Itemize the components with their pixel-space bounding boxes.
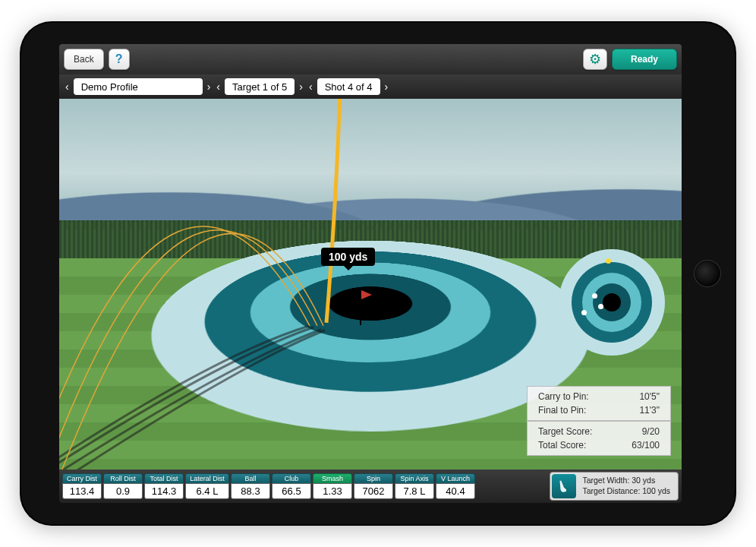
final-to-pin-value: 11'3" bbox=[639, 405, 660, 416]
metric-lateral-dist[interactable]: Lateral Dist 6.4 L bbox=[185, 473, 229, 499]
shot-dot bbox=[592, 293, 597, 299]
current-shot-dot bbox=[606, 258, 611, 264]
metric-label: Carry Dist bbox=[62, 473, 102, 483]
back-button-label: Back bbox=[74, 54, 94, 65]
target-next[interactable]: › bbox=[298, 81, 304, 93]
shot-label: Shot 4 of 4 bbox=[325, 81, 373, 93]
total-score-value: 63/100 bbox=[632, 440, 660, 451]
club-icon bbox=[552, 474, 576, 498]
app-screen: Back ? ⚙ Ready ‹ Demo Profile › ‹ Target… bbox=[59, 44, 682, 503]
metric-label: Spin bbox=[354, 473, 393, 483]
score-panel: Target Score: 9/20 Total Score: 63/100 bbox=[527, 421, 671, 456]
gear-icon: ⚙ bbox=[589, 51, 601, 68]
target-prev[interactable]: ‹ bbox=[215, 81, 222, 93]
metric-value: 1.33 bbox=[313, 483, 352, 499]
metric-ball[interactable]: Ball 88.3 bbox=[231, 473, 270, 499]
back-button[interactable]: Back bbox=[64, 49, 104, 70]
target-score-label: Target Score: bbox=[538, 426, 592, 437]
metric-value: 114.3 bbox=[144, 483, 184, 499]
distance-callout: 100 yds bbox=[321, 248, 375, 266]
top-toolbar: Back ? ⚙ Ready bbox=[59, 44, 682, 74]
profile-prev[interactable]: ‹ bbox=[64, 81, 71, 93]
shot-dot bbox=[581, 310, 587, 315]
ready-button[interactable]: Ready bbox=[612, 49, 677, 70]
metric-club[interactable]: Club 66.5 bbox=[272, 473, 311, 499]
target-label: Target 1 of 5 bbox=[232, 81, 287, 93]
shot-prev[interactable]: ‹ bbox=[307, 81, 314, 93]
metric-carry-dist[interactable]: Carry Dist 113.4 bbox=[62, 473, 102, 499]
target-width-line: Target Width: 30 yds bbox=[582, 476, 670, 486]
metric-label: Spin Axis bbox=[395, 473, 434, 483]
target-score-value: 9/20 bbox=[642, 426, 660, 437]
tablet-frame: Back ? ⚙ Ready ‹ Demo Profile › ‹ Target… bbox=[21, 23, 735, 524]
final-to-pin-label: Final to Pin: bbox=[538, 405, 586, 416]
metric-label: Lateral Dist bbox=[185, 473, 229, 483]
metric-value: 66.5 bbox=[272, 483, 311, 499]
metric-label: Smash bbox=[313, 473, 352, 483]
profile-selector[interactable]: Demo Profile bbox=[74, 78, 203, 95]
metric-label: V Launch bbox=[436, 473, 475, 483]
distance-value: 100 yds bbox=[329, 251, 367, 263]
metric-spin-axis[interactable]: Spin Axis 7.8 L bbox=[395, 473, 434, 499]
metric-total-dist[interactable]: Total Dist 114.3 bbox=[144, 473, 184, 499]
metric-smash[interactable]: Smash 1.33 bbox=[313, 473, 352, 499]
total-score-label: Total Score: bbox=[538, 440, 586, 451]
target-info-chip[interactable]: Target Width: 30 yds Target Distance: 10… bbox=[550, 472, 679, 501]
metric-value: 7062 bbox=[354, 483, 393, 499]
target-info-text: Target Width: 30 yds Target Distance: 10… bbox=[582, 476, 670, 496]
shot-selector[interactable]: Shot 4 of 4 bbox=[317, 78, 380, 95]
pin-distance-panel: Carry to Pin: 10'5" Final to Pin: 11'3" bbox=[527, 386, 671, 421]
metric-label: Club bbox=[272, 473, 311, 483]
metric-roll-dist[interactable]: Roll Dist 0.9 bbox=[103, 473, 143, 499]
metrics-bar: Carry Dist 113.4 Roll Dist 0.9 Total Dis… bbox=[59, 470, 682, 503]
carry-to-pin-label: Carry to Pin: bbox=[538, 391, 589, 402]
shot-dot bbox=[598, 304, 603, 309]
home-button[interactable] bbox=[694, 260, 721, 287]
metric-value: 113.4 bbox=[62, 483, 102, 499]
pin-flag-icon bbox=[360, 290, 361, 325]
ready-button-label: Ready bbox=[631, 54, 658, 65]
shot-dispersion-map[interactable] bbox=[559, 249, 665, 356]
range-scene[interactable]: 100 yds Carry to Pin: 10'5" bbox=[59, 99, 682, 470]
metric-value: 88.3 bbox=[231, 483, 270, 499]
metric-label: Ball bbox=[231, 473, 270, 483]
metric-v-launch[interactable]: V Launch 40.4 bbox=[436, 473, 475, 499]
profile-label: Demo Profile bbox=[81, 81, 138, 93]
metric-value: 0.9 bbox=[103, 483, 143, 499]
target-distance-line: Target Distance: 100 yds bbox=[582, 486, 670, 497]
metric-label: Total Dist bbox=[144, 473, 184, 483]
metric-spin[interactable]: Spin 7062 bbox=[354, 473, 393, 499]
carry-to-pin-value: 10'5" bbox=[639, 391, 660, 402]
question-icon: ? bbox=[115, 52, 123, 66]
help-button[interactable]: ? bbox=[109, 49, 130, 70]
shot-next[interactable]: › bbox=[383, 81, 390, 93]
metric-label: Roll Dist bbox=[103, 473, 143, 483]
target-selector[interactable]: Target 1 of 5 bbox=[225, 78, 295, 95]
selector-bar: ‹ Demo Profile › ‹ Target 1 of 5 › ‹ Sho… bbox=[59, 74, 682, 99]
settings-button[interactable]: ⚙ bbox=[583, 49, 607, 70]
metric-value: 40.4 bbox=[436, 483, 475, 499]
profile-next[interactable]: › bbox=[206, 81, 213, 93]
metric-value: 7.8 L bbox=[395, 483, 434, 499]
metric-value: 6.4 L bbox=[185, 483, 229, 499]
